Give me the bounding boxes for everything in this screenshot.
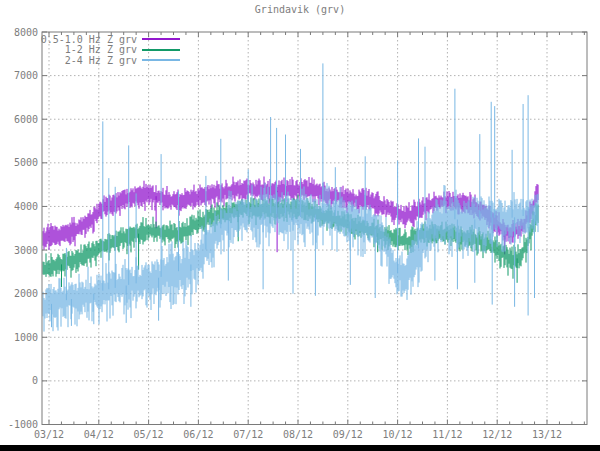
tremor-chart-svg: -100001000200030004000500060007000800003… (0, 0, 600, 451)
tremor-plot-window: Grindavik (grv) -10000100020003000400050… (0, 0, 600, 451)
svg-text:06/12: 06/12 (183, 429, 213, 440)
svg-text:13/12: 13/12 (532, 429, 562, 440)
legend-item-band-12: 1-2 Hz Z grv (38, 45, 180, 56)
legend-label: 0.5-1.0 Hz Z grv (38, 34, 137, 45)
legend-line-sample (142, 38, 180, 40)
svg-text:10/12: 10/12 (383, 429, 413, 440)
svg-text:3000: 3000 (14, 245, 38, 256)
svg-text:8000: 8000 (14, 27, 38, 38)
legend-label: 2-4 Hz Z grv (38, 55, 137, 66)
svg-text:1000: 1000 (14, 332, 38, 343)
svg-text:05/12: 05/12 (134, 429, 164, 440)
svg-text:08/12: 08/12 (283, 429, 313, 440)
chart-legend: 0.5-1.0 Hz Z grv 1-2 Hz Z grv 2-4 Hz Z g… (38, 34, 180, 66)
svg-text:7000: 7000 (14, 70, 38, 81)
window-edge-bar (0, 445, 600, 451)
svg-text:12/12: 12/12 (482, 429, 512, 440)
svg-text:4000: 4000 (14, 201, 38, 212)
svg-text:0: 0 (32, 375, 38, 386)
legend-line-sample (142, 59, 180, 61)
svg-text:2000: 2000 (14, 288, 38, 299)
legend-item-band-24: 2-4 Hz Z grv (38, 55, 180, 66)
svg-text:03/12: 03/12 (34, 429, 64, 440)
legend-label: 1-2 Hz Z grv (38, 44, 137, 55)
svg-text:11/12: 11/12 (432, 429, 462, 440)
legend-item-band-0510: 0.5-1.0 Hz Z grv (38, 34, 180, 45)
svg-text:5000: 5000 (14, 157, 38, 168)
svg-text:04/12: 04/12 (84, 429, 114, 440)
svg-text:6000: 6000 (14, 114, 38, 125)
svg-text:07/12: 07/12 (233, 429, 263, 440)
svg-text:09/12: 09/12 (333, 429, 363, 440)
legend-line-sample (142, 49, 180, 51)
